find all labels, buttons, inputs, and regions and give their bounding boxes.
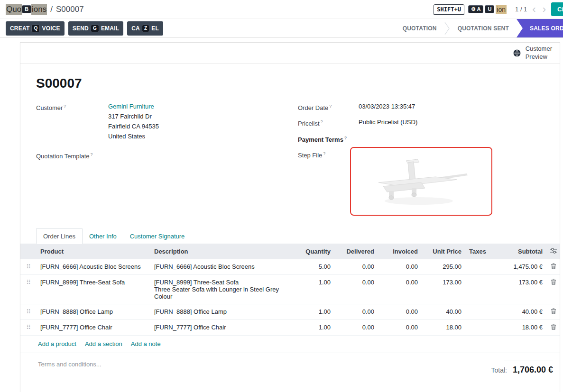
description-cell[interactable]: [FURN_7777] Office Chair (150, 320, 291, 336)
label-text: Order Date (298, 104, 328, 111)
action-menu-button[interactable]: ⚙ A U ion (468, 5, 507, 14)
payment-terms-label: Payment Terms? (298, 133, 359, 145)
shortcut-badge-u: U (485, 5, 494, 13)
order-date-value[interactable]: 03/03/2023 13:35:47 (359, 101, 415, 113)
taxes-cell[interactable] (465, 275, 487, 304)
description-cell[interactable]: [FURN_8999] Three-Seat SofaThree Seater … (150, 275, 291, 304)
control-panel: CREAT Q VOICE SEND G EMAIL CA Z EL QUOTA… (0, 19, 563, 38)
drag-handle-icon[interactable]: ⠿ (26, 279, 31, 286)
add-a-section-link[interactable]: Add a section (85, 340, 122, 347)
drag-handle-icon[interactable]: ⠿ (26, 324, 31, 331)
terms-placeholder[interactable]: Terms and conditions... (38, 361, 102, 375)
delete-line-button[interactable] (551, 279, 556, 286)
tab-other-info[interactable]: Other Info (83, 229, 123, 244)
help-icon: ? (64, 104, 66, 109)
description-cell[interactable]: [FURN_8888] Office Lamp (150, 304, 291, 320)
product-cell[interactable]: [FURN_8888] Office Lamp (37, 304, 150, 320)
taxes-cell[interactable] (465, 259, 487, 275)
tab-customer-signature[interactable]: Customer Signature (123, 229, 192, 244)
add-a-product-link[interactable]: Add a product (38, 340, 76, 347)
corner-button[interactable]: Ci (551, 2, 563, 16)
invoiced-cell[interactable]: 0.00 (378, 275, 422, 304)
order-line-row: ⠿ [FURN_8888] Office Lamp [FURN_8888] Of… (20, 304, 560, 320)
unit-price-cell[interactable]: 173.00 (422, 275, 465, 304)
sheet-footer: Terms and conditions... Total: 1,706.00 … (20, 353, 560, 375)
send-email-button[interactable]: SEND G EMAIL (68, 21, 123, 36)
customer-field-label: Customer? (36, 101, 108, 141)
unit-price-cell[interactable]: 295.00 (422, 259, 465, 275)
unit-price-cell[interactable]: 40.00 (422, 304, 465, 320)
button-label-part: EMAIL (101, 25, 119, 32)
product-cell[interactable]: [FURN_8999] Three-Seat Sofa (37, 275, 150, 304)
gear-icon: ⚙ (471, 6, 476, 12)
order-date-field: Order Date? 03/03/2023 13:35:47 (298, 101, 544, 113)
delivered-cell[interactable]: 0.00 (334, 275, 378, 304)
add-a-note-link[interactable]: Add a note (131, 340, 161, 347)
form-view: Customer Preview S00007 Customer? Gemini… (0, 38, 563, 392)
navbar-right-group: SHIFT+U ⚙ A U ion 1 / 1 ‹ › Ci (434, 0, 563, 18)
column-delivered[interactable]: Delivered (334, 244, 378, 259)
stage-quotation-sent[interactable]: QUOTATION SENT (450, 19, 517, 37)
cancel-button[interactable]: CA Z EL (127, 21, 163, 36)
payment-terms-input[interactable] (359, 133, 434, 145)
description-cell[interactable]: [FURN_6666] Acoustic Bloc Screens (150, 259, 291, 275)
quantity-cell[interactable]: 1.00 (291, 320, 334, 336)
unit-price-cell[interactable]: 18.00 (422, 320, 465, 336)
delete-line-button[interactable] (551, 324, 556, 331)
column-product[interactable]: Product (37, 244, 150, 259)
quotation-template-input[interactable] (108, 150, 184, 161)
pager-previous-button[interactable]: ‹ (531, 4, 537, 15)
line-add-links: Add a product Add a section Add a note (20, 336, 560, 353)
column-quantity[interactable]: Quantity (291, 244, 334, 259)
column-unit-price[interactable]: Unit Price (422, 244, 465, 259)
taxes-cell[interactable] (465, 320, 487, 336)
product-cell[interactable]: [FURN_6666] Acoustic Bloc Screens (37, 259, 150, 275)
delivered-cell[interactable]: 0.00 (334, 320, 378, 336)
quantity-cell[interactable]: 1.00 (291, 275, 334, 304)
quotation-template-field: Quotation Template? (36, 150, 298, 161)
subtotal-cell: 1,475.00 € (487, 259, 546, 275)
quantity-cell[interactable]: 1.00 (291, 304, 334, 320)
breadcrumb: QuoBions / S00007 (6, 4, 84, 15)
delivered-cell[interactable]: 0.00 (334, 259, 378, 275)
delivered-cell[interactable]: 0.00 (334, 304, 378, 320)
invoiced-cell[interactable]: 0.00 (378, 304, 422, 320)
table-header-row: Product Description Quantity Delivered I… (20, 244, 560, 259)
delete-line-button[interactable] (551, 308, 556, 316)
shortcut-badge-q: Q (31, 25, 40, 32)
trash-icon (551, 308, 556, 314)
taxes-cell[interactable] (465, 304, 487, 320)
breadcrumb-parent-suffix: ions (31, 4, 47, 15)
help-icon: ? (91, 152, 93, 157)
invoiced-cell[interactable]: 0.00 (378, 259, 422, 275)
product-cell[interactable]: [FURN_7777] Office Chair (37, 320, 150, 336)
column-subtotal[interactable]: Subtotal (487, 244, 546, 259)
invoiced-cell[interactable]: 0.00 (378, 320, 422, 336)
drag-handle-icon[interactable]: ⠿ (26, 263, 31, 270)
pricelist-value[interactable]: Public Pricelist (USD) (359, 117, 417, 128)
drag-handle-icon[interactable]: ⠿ (26, 308, 31, 315)
step-file-3d-render (364, 153, 478, 210)
optional-columns-button[interactable] (546, 244, 560, 259)
customer-field: Customer? Gemini Furniture 317 Fairchild… (36, 101, 298, 141)
help-icon: ? (323, 151, 325, 156)
delete-line-button[interactable] (551, 263, 556, 271)
step-file-image[interactable] (350, 147, 492, 216)
tab-order-lines[interactable]: Order Lines (36, 228, 83, 244)
help-icon: ? (321, 119, 323, 124)
customer-preview-link[interactable]: Customer Preview (513, 45, 552, 61)
customer-link[interactable]: Gemini Furniture (108, 101, 159, 111)
quantity-cell[interactable]: 5.00 (291, 259, 334, 275)
notebook-tabs: Order Lines Other Info Customer Signatur… (20, 228, 560, 244)
stage-quotation[interactable]: QUOTATION (395, 19, 444, 37)
column-taxes[interactable]: Taxes (465, 244, 487, 259)
columns-adjust-icon (550, 248, 557, 254)
column-invoiced[interactable]: Invoiced (378, 244, 422, 259)
column-description[interactable]: Description (150, 244, 291, 259)
breadcrumb-quotations-link[interactable]: QuoBions (6, 4, 47, 15)
pager-next-button[interactable]: › (541, 4, 547, 15)
order-total: Total: 1,706.00 € (463, 361, 553, 375)
stage-sales-order[interactable]: SALES ORDER (517, 19, 563, 37)
button-label-part: CREAT (10, 25, 29, 32)
create-invoice-button[interactable]: CREAT Q VOICE (6, 21, 65, 36)
